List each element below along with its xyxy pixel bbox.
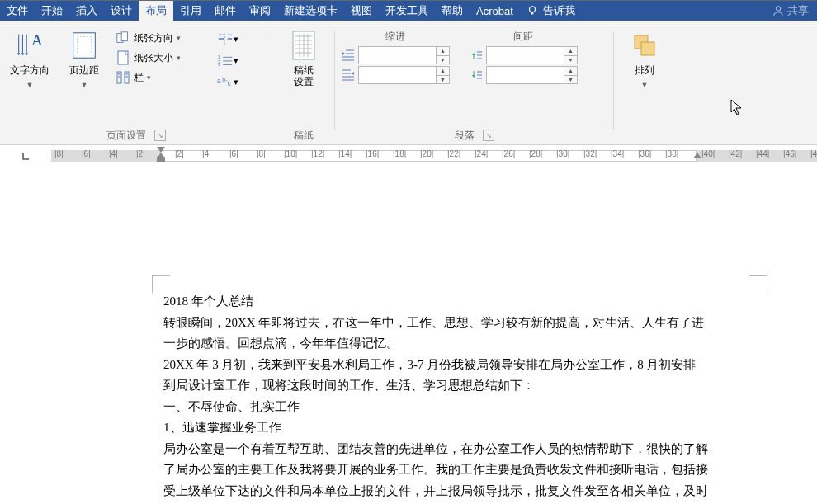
ruler-row: |8||6||4||2||2||4||6||8||10||12||14||16|… — [0, 145, 817, 166]
document-paragraph[interactable]: 转眼瞬间，20XX 年即将过去，在这一年中，工作、思想、学习较有新的提高，对生活… — [163, 313, 708, 355]
svg-rect-9 — [117, 72, 121, 83]
spacing-after-down[interactable]: ▼ — [564, 75, 578, 85]
indent-right-input[interactable] — [358, 66, 437, 84]
right-indent-marker[interactable] — [693, 153, 701, 158]
svg-rect-1 — [531, 12, 534, 15]
tab-help[interactable]: 帮助 — [435, 1, 470, 21]
chevron-down-icon: ▼ — [26, 81, 34, 89]
indent-left-input[interactable] — [358, 46, 437, 64]
hyphenation-button[interactable]: acb-▾ — [213, 73, 243, 91]
spacing-title: 间距 — [468, 30, 578, 44]
spacing-after-input[interactable] — [486, 66, 564, 84]
margins-button[interactable]: 页边距 ▼ — [59, 28, 109, 91]
orientation-button[interactable]: 纸张方向 ▾ — [114, 28, 205, 48]
chevron-down-icon: ▼ — [81, 81, 88, 89]
tab-insert[interactable]: 插入 — [69, 1, 104, 21]
tab-layout[interactable]: 布局 — [139, 1, 173, 21]
tab-review[interactable]: 审阅 — [243, 1, 277, 21]
tab-selector[interactable] — [0, 145, 51, 166]
tab-design[interactable]: 设计 — [104, 1, 139, 21]
tell-me-search[interactable]: 告诉我 — [520, 1, 582, 21]
spacing-before-input[interactable] — [486, 46, 564, 64]
spacing-after-up[interactable]: ▲ — [564, 66, 578, 75]
line-numbers-icon: 123 — [217, 54, 234, 67]
tab-acrobat[interactable]: Acrobat — [470, 1, 520, 21]
document-paragraph[interactable]: 局办公室是一个有着互帮互助、团结友善的先进单位，在办公室工作人员的热情帮助下，很… — [163, 439, 708, 505]
spacing-after-icon — [468, 67, 484, 83]
share-label: 共享 — [787, 3, 809, 18]
tab-references[interactable]: 引用 — [173, 1, 208, 21]
svg-text:b-: b- — [222, 76, 228, 83]
person-icon — [772, 5, 784, 16]
tab-mailings[interactable]: 邮件 — [208, 1, 243, 21]
arrange-button[interactable]: 排列 ▼ — [620, 28, 669, 91]
horizontal-ruler[interactable]: |8||6||4||2||2||4||6||8||10||12||14||16|… — [51, 145, 817, 166]
document-paragraph[interactable]: 一、不辱使命、扎实工作 — [163, 397, 708, 418]
document-text[interactable]: 2018 年个人总结转眼瞬间，20XX 年即将过去，在这一年中，工作、思想、学习… — [163, 291, 708, 504]
tab-developer[interactable]: 开发工具 — [379, 1, 435, 21]
group-manuscript: 稿纸 设置 稿纸 — [272, 25, 335, 144]
margin-corner-tl — [152, 275, 170, 293]
page-size-icon — [116, 50, 130, 65]
first-line-indent-marker[interactable] — [157, 147, 165, 153]
text-direction-button[interactable]: A 文字方向 ▼ — [5, 28, 54, 91]
columns-icon — [116, 70, 130, 85]
tell-me-label: 告诉我 — [543, 3, 575, 18]
svg-text:3: 3 — [218, 64, 220, 67]
document-paragraph[interactable]: 1、迅速掌握业务工作 — [163, 417, 708, 439]
page: 2018 年个人总结转眼瞬间，20XX 年即将过去，在这一年中，工作、思想、学习… — [51, 176, 744, 504]
group-arrange: 排列 ▼ — [614, 25, 675, 144]
spacing-before-up[interactable]: ▲ — [564, 46, 578, 55]
indent-right-down[interactable]: ▼ — [437, 75, 450, 85]
arrange-icon — [629, 30, 660, 61]
line-numbers-button[interactable]: 123▾ — [213, 51, 243, 69]
document-paragraph[interactable]: 2018 年个人总结 — [163, 291, 708, 313]
paragraph-group-label: 段落 — [455, 129, 475, 143]
manuscript-group-label: 稿纸 — [294, 129, 314, 143]
arrange-label: 排列 — [635, 64, 654, 76]
spacing-before-down[interactable]: ▼ — [564, 55, 578, 65]
tab-view[interactable]: 视图 — [344, 1, 379, 21]
svg-point-2 — [776, 7, 780, 11]
share-button[interactable]: 共享 — [764, 1, 817, 21]
manuscript-label: 稿纸 设置 — [294, 64, 314, 88]
chevron-down-icon: ▼ — [641, 81, 649, 89]
margins-icon — [68, 30, 100, 61]
spacing-before-icon — [468, 47, 484, 64]
indent-left-down[interactable]: ▼ — [437, 55, 450, 65]
size-button[interactable]: 纸张大小 ▾ — [114, 48, 205, 68]
document-paragraph[interactable]: 20XX 年 3 月初，我来到平安县水利局工作，3-7 月份我被局领导安排在局办… — [163, 355, 708, 397]
svg-text:a: a — [217, 78, 221, 85]
chevron-down-icon: ▾ — [147, 73, 151, 82]
group-page-setup: A 文字方向 ▼ 页边距 ▼ — [0, 25, 272, 144]
lightbulb-icon — [527, 5, 538, 16]
breaks-icon — [217, 32, 234, 45]
breaks-button[interactable]: ▾ — [213, 30, 243, 48]
page-setup-launcher[interactable]: ↘ — [154, 130, 166, 141]
svg-rect-10 — [125, 72, 129, 83]
tab-new-custom[interactable]: 新建选项卡 — [277, 1, 344, 21]
ribbon: A 文字方向 ▼ 页边距 ▼ — [0, 21, 817, 145]
indent-title: 缩进 — [340, 30, 450, 44]
manuscript-settings-button[interactable]: 稿纸 设置 — [279, 28, 328, 90]
columns-button[interactable]: 栏 ▾ — [114, 68, 205, 87]
indent-left-up[interactable]: ▲ — [437, 46, 450, 55]
page-setup-group-label: 页面设置 — [106, 129, 146, 143]
indent-left-icon — [340, 47, 357, 64]
tab-home[interactable]: 开始 — [35, 1, 69, 21]
svg-rect-34 — [641, 42, 654, 55]
tab-file[interactable]: 文件 — [0, 1, 35, 21]
tab-bar: 文件 开始 插入 设计 布局 引用 邮件 审阅 新建选项卡 视图 开发工具 帮助… — [0, 0, 817, 21]
svg-point-0 — [529, 7, 535, 12]
indent-right-up[interactable]: ▲ — [437, 66, 450, 75]
left-indent-marker[interactable] — [157, 157, 165, 162]
svg-rect-7 — [121, 32, 127, 41]
document-area[interactable]: 2018 年个人总结转眼瞬间，20XX 年即将过去，在这一年中，工作、思想、学习… — [0, 166, 817, 504]
paragraph-launcher[interactable]: ↘ — [483, 130, 494, 141]
svg-rect-8 — [118, 51, 128, 64]
manuscript-icon — [288, 30, 319, 61]
orientation-label: 纸张方向 — [134, 31, 173, 45]
chevron-down-icon: ▾ — [177, 54, 181, 62]
svg-text:A: A — [31, 31, 43, 49]
orientation-icon — [116, 31, 130, 45]
